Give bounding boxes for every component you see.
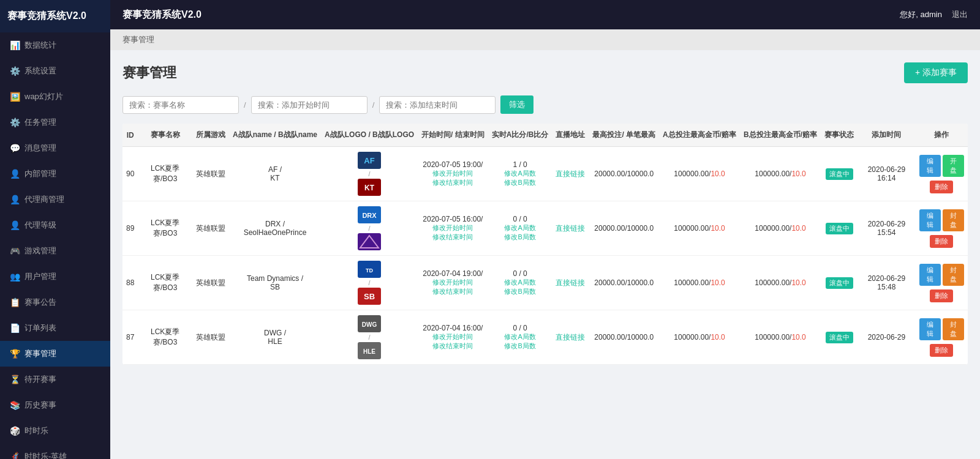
col-id: ID — [123, 124, 138, 147]
table-row: 90 LCK夏季赛/BO3 英雄联盟 AF /KT AF / KT 2020-0… — [123, 147, 968, 201]
sidebar-item-lottery[interactable]: 🎲 时时乐 — [0, 418, 110, 444]
sidebar-item-label: 时时乐 — [24, 425, 48, 436]
cell-game: 英雄联盟 — [192, 310, 229, 365]
stats-icon: 📊 — [10, 40, 20, 50]
cell-id: 90 — [123, 147, 138, 201]
status-button[interactable]: 封盘 — [943, 264, 964, 286]
add-match-button[interactable]: + 添加赛事 — [904, 62, 968, 83]
col-max-bet: 最高投注/ 单笔最高 — [589, 124, 659, 147]
col-action: 操作 — [916, 124, 968, 147]
internal-icon: 👤 — [10, 169, 20, 179]
sidebar-item-tasks[interactable]: ⚙️ 任务管理 — [0, 110, 110, 135]
status-button[interactable]: 封盘 — [943, 209, 964, 231]
col-score: 实时A比分/B比分 — [488, 124, 552, 147]
cell-score: 0 / 0 修改A局数 修改B局数 — [488, 310, 552, 365]
announcements-icon: 📋 — [10, 297, 20, 307]
sidebar-item-internal[interactable]: 👤 内部管理 — [0, 161, 110, 187]
history-icon: 📚 — [10, 400, 20, 410]
delete-button[interactable]: 删除 — [930, 289, 953, 302]
cell-teams: DRX /SeolHaeOnePrince — [229, 201, 321, 256]
sidebar-item-lottery-hero[interactable]: 🦸 时时乐-英雄 — [0, 444, 110, 459]
app-logo: 赛事竞猜系统V2.0 — [0, 0, 110, 32]
sidebar-item-label: wap幻灯片 — [24, 91, 63, 102]
match-table-wrap: ID 赛事名称 所属游戏 A战队name / B战队name A战队LOGO /… — [123, 124, 968, 365]
matches-icon: 🏆 — [10, 349, 20, 359]
orders-icon: 📄 — [10, 323, 20, 333]
sidebar-item-stats[interactable]: 📊 数据统计 — [0, 32, 110, 58]
cell-time: 2020-07-05 19:00/ 修改开始时间 修改结束时间 — [418, 147, 488, 201]
cell-a-max: 100000.00/10.0 — [659, 201, 740, 256]
svg-text:DWG: DWG — [362, 321, 377, 328]
sidebar-item-orders[interactable]: 📄 订单列表 — [0, 315, 110, 341]
cell-add-time: 2020-06-29 15:48 — [858, 256, 916, 310]
status-button[interactable]: 封盘 — [943, 318, 964, 340]
cell-status: 滚盘中 — [821, 147, 858, 201]
edit-button[interactable]: 编辑 — [919, 209, 941, 231]
cell-live[interactable]: 直接链接 — [552, 201, 589, 256]
cell-live[interactable]: 直接链接 — [552, 256, 589, 310]
sidebar-item-announcements[interactable]: 📋 赛事公告 — [0, 289, 110, 315]
col-a-max: A总投注最高金币/赔率 — [659, 124, 740, 147]
cell-actions: 编辑 封盘 删除 — [916, 310, 968, 365]
edit-button[interactable]: 编辑 — [919, 264, 941, 286]
sidebar-item-label: 订单列表 — [24, 323, 56, 334]
cell-logos: DRX / — [321, 201, 418, 256]
page-title: 赛事管理 — [123, 64, 176, 82]
logout-link[interactable]: 退出 — [952, 9, 968, 20]
delete-button[interactable]: 删除 — [930, 344, 953, 357]
users-icon: 👥 — [10, 272, 20, 282]
table-row: 89 LCK夏季赛/BO3 英雄联盟 DRX /SeolHaeOnePrince… — [123, 201, 968, 256]
svg-text:HLE: HLE — [363, 348, 375, 355]
cell-b-max: 100000.00/10.0 — [740, 147, 821, 201]
col-add-time: 添加时间 — [858, 124, 916, 147]
col-game: 所属游戏 — [192, 124, 229, 147]
edit-button[interactable]: 编辑 — [919, 155, 941, 177]
sidebar-item-settings[interactable]: ⚙️ 系统设置 — [0, 58, 110, 84]
sidebar-item-wap[interactable]: 🖼️ wap幻灯片 — [0, 84, 110, 110]
filter-button[interactable]: 筛选 — [500, 95, 533, 114]
search-end-input[interactable] — [379, 96, 496, 114]
cell-name: LCK夏季赛/BO3 — [138, 256, 192, 310]
cell-name: LCK夏季赛/BO3 — [138, 147, 192, 201]
sidebar-item-agent-level[interactable]: 👤 代理等级 — [0, 212, 110, 238]
cell-name: LCK夏季赛/BO3 — [138, 310, 192, 365]
user-greeting: 您好, admin — [900, 9, 942, 20]
col-live: 直播地址 — [552, 124, 589, 147]
sidebar-item-label: 游戏管理 — [24, 245, 56, 256]
cell-actions: 编辑 封盘 删除 — [916, 256, 968, 310]
cell-score: 0 / 0 修改A局数 修改B局数 — [488, 256, 552, 310]
edit-button[interactable]: 编辑 — [919, 318, 941, 340]
sidebar-item-label: 赛事管理 — [24, 348, 56, 359]
cell-live[interactable]: 直接链接 — [552, 310, 589, 365]
sidebar-item-agents[interactable]: 👤 代理商管理 — [0, 187, 110, 212]
cell-logos: DWG / HLE — [321, 310, 418, 365]
status-button[interactable]: 开盘 — [943, 155, 964, 177]
topbar-title: 赛事竞猜系统V2.0 — [123, 9, 202, 21]
sidebar-item-users[interactable]: 👥 用户管理 — [0, 264, 110, 289]
table-row: 88 LCK夏季赛/BO3 英雄联盟 Team Dynamics /SB TD … — [123, 256, 968, 310]
cell-teams: DWG /HLE — [229, 310, 321, 365]
settings-icon: ⚙️ — [10, 66, 20, 76]
sidebar-item-games[interactable]: 🎮 游戏管理 — [0, 238, 110, 264]
sidebar-item-upcoming[interactable]: ⏳ 待开赛事 — [0, 367, 110, 392]
cell-b-max: 100000.00/10.0 — [740, 310, 821, 365]
cell-live[interactable]: 直接链接 — [552, 147, 589, 201]
sep2: / — [372, 100, 375, 110]
cell-status: 滚盘中 — [821, 256, 858, 310]
table-row: 87 LCK夏季赛/BO3 英雄联盟 DWG /HLE DWG / HLE 20… — [123, 310, 968, 365]
search-name-input[interactable] — [123, 96, 239, 114]
cell-actions: 编辑 封盘 删除 — [916, 201, 968, 256]
delete-button[interactable]: 删除 — [930, 235, 953, 248]
col-time: 开始时间/ 结束时间 — [418, 124, 488, 147]
breadcrumb: 赛事管理 — [110, 29, 980, 50]
sidebar-item-messages[interactable]: 💬 消息管理 — [0, 135, 110, 161]
sidebar-item-matches[interactable]: 🏆 赛事管理 — [0, 341, 110, 367]
search-start-input[interactable] — [251, 96, 368, 114]
sep1: / — [244, 100, 246, 110]
cell-b-max: 100000.00/10.0 — [740, 201, 821, 256]
cell-score: 1 / 0 修改A局数 修改B局数 — [488, 147, 552, 201]
sidebar-item-history[interactable]: 📚 历史赛事 — [0, 392, 110, 418]
lottery-hero-icon: 🦸 — [10, 452, 20, 459]
cell-id: 89 — [123, 201, 138, 256]
delete-button[interactable]: 删除 — [930, 181, 953, 193]
